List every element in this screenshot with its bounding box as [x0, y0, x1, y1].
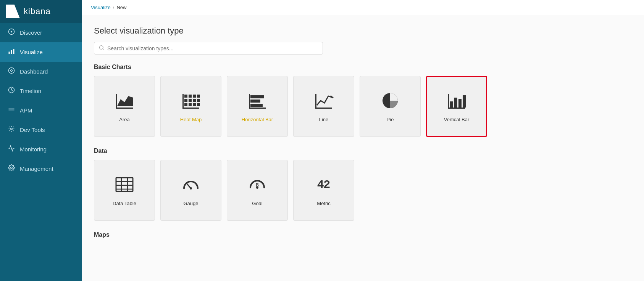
heatmap-icon: [181, 91, 201, 112]
svg-rect-28: [189, 103, 192, 106]
viz-card-heatmap[interactable]: Heat Map: [160, 76, 221, 137]
breadcrumb-separator: /: [113, 5, 115, 10]
viz-card-vbar[interactable]: Vertical Bar: [426, 76, 487, 137]
svg-rect-17: [182, 108, 199, 109]
svg-point-53: [190, 187, 192, 189]
hbar-icon: [247, 91, 267, 112]
svg-rect-4: [13, 49, 15, 54]
svg-rect-36: [315, 108, 332, 109]
svg-rect-30: [197, 103, 200, 106]
sidebar-logo: kibana: [0, 0, 82, 23]
svg-point-12: [100, 46, 103, 49]
svg-rect-21: [193, 95, 196, 98]
breadcrumb-current: New: [116, 5, 126, 10]
svg-rect-20: [189, 95, 192, 98]
sidebar: kibana Discover Visualize Dashboard Time…: [0, 0, 82, 281]
devtools-icon: [8, 125, 15, 134]
sidebar-label-visualize: Visualize: [20, 49, 43, 55]
data-grid: Data Table Gauge 8: [94, 160, 632, 221]
viz-card-label-line: Line: [319, 117, 329, 122]
svg-rect-40: [448, 108, 465, 109]
svg-text:42: 42: [317, 178, 330, 190]
sidebar-item-devtools[interactable]: Dev Tools: [0, 120, 82, 140]
svg-point-10: [11, 128, 13, 130]
kibana-icon: [6, 5, 20, 18]
search-icon: [99, 45, 104, 51]
svg-rect-31: [249, 108, 266, 109]
sidebar-label-timelion: Timelion: [20, 88, 41, 94]
area-icon: [115, 91, 134, 112]
management-icon: [8, 164, 15, 173]
svg-rect-2: [9, 52, 10, 54]
sidebar-label-devtools: Dev Tools: [20, 127, 45, 133]
sidebar-item-dashboard[interactable]: Dashboard: [0, 62, 82, 81]
discover-icon: [8, 28, 15, 37]
svg-rect-34: [250, 100, 260, 103]
viz-card-hbar[interactable]: Horizontal Bar: [227, 76, 288, 137]
svg-rect-18: [182, 94, 184, 108]
viz-card-goal[interactable]: 8 Goal: [227, 160, 288, 221]
gauge-icon: [181, 175, 201, 196]
svg-line-13: [103, 49, 104, 50]
svg-rect-44: [458, 99, 462, 108]
svg-point-11: [11, 167, 13, 169]
viz-card-label-datatable: Data Table: [113, 201, 136, 206]
breadcrumb-visualize-link[interactable]: Visualize: [91, 5, 111, 10]
search-bar: [94, 42, 323, 55]
dashboard-icon: [8, 67, 15, 76]
datatable-icon: [115, 175, 134, 196]
svg-rect-29: [193, 103, 196, 106]
search-input[interactable]: [107, 45, 318, 51]
goal-icon: 8: [247, 175, 267, 196]
viz-card-pie[interactable]: Pie: [360, 76, 421, 137]
svg-rect-37: [315, 94, 316, 108]
sidebar-label-monitoring: Monitoring: [20, 146, 47, 153]
sidebar-item-timelion[interactable]: Timelion: [0, 81, 82, 101]
sidebar-item-discover[interactable]: Discover: [0, 23, 82, 42]
svg-rect-14: [116, 108, 133, 109]
pie-icon: [380, 91, 400, 112]
svg-rect-23: [184, 99, 187, 102]
viz-card-label-metric: Metric: [317, 201, 330, 206]
metric-icon: 42: [314, 175, 334, 196]
svg-rect-32: [249, 94, 250, 108]
viz-card-label-pie: Pie: [387, 117, 394, 122]
page-title: Select visualization type: [94, 26, 632, 36]
svg-rect-15: [116, 94, 117, 108]
sidebar-item-monitoring[interactable]: Monitoring: [0, 140, 82, 159]
breadcrumb: Visualize / New: [82, 0, 644, 15]
viz-card-gauge[interactable]: Gauge: [160, 160, 221, 221]
kibana-wordmark: kibana: [24, 6, 51, 16]
svg-rect-25: [193, 99, 196, 102]
line-icon: [314, 91, 334, 112]
viz-card-datatable[interactable]: Data Table: [94, 160, 155, 221]
svg-rect-26: [197, 99, 200, 102]
svg-rect-42: [450, 101, 453, 108]
svg-rect-24: [189, 99, 192, 102]
content-area: Select visualization type Basic Charts A…: [82, 15, 644, 281]
vbar-icon: [447, 91, 466, 112]
svg-marker-16: [117, 96, 133, 106]
viz-card-area[interactable]: Area: [94, 76, 155, 137]
svg-rect-33: [250, 95, 264, 98]
sidebar-item-apm[interactable]: APM: [0, 101, 82, 120]
svg-text:8: 8: [256, 182, 259, 188]
svg-rect-8: [9, 109, 15, 109]
svg-rect-45: [463, 95, 466, 108]
sidebar-label-dashboard: Dashboard: [20, 68, 48, 75]
sidebar-label-management: Management: [20, 165, 53, 172]
sidebar-item-visualize[interactable]: Visualize: [0, 42, 82, 62]
viz-card-label-vbar: Vertical Bar: [444, 117, 469, 122]
svg-point-1: [11, 31, 13, 33]
apm-icon: [8, 106, 15, 115]
section-title-basic-charts: Basic Charts: [94, 64, 632, 71]
viz-card-metric[interactable]: 42 Metric: [293, 160, 354, 221]
main-content: Visualize / New Select visualization typ…: [82, 0, 644, 281]
svg-rect-43: [454, 98, 457, 108]
sidebar-label-apm: APM: [20, 107, 32, 114]
svg-point-5: [9, 68, 15, 74]
sidebar-item-management[interactable]: Management: [0, 159, 82, 178]
visualize-icon: [8, 48, 15, 56]
viz-card-line[interactable]: Line: [293, 76, 354, 137]
basic-charts-grid: Area Heat Map: [94, 76, 632, 137]
